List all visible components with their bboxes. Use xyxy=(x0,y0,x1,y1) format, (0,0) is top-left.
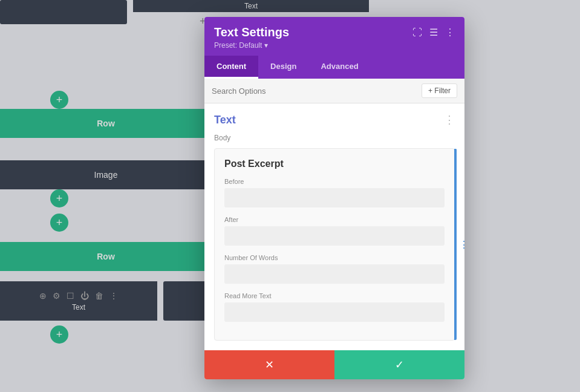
add-button-1[interactable]: + xyxy=(50,91,68,109)
trash-icon[interactable]: 🗑 xyxy=(95,291,103,301)
search-bar: + Filter xyxy=(204,79,464,103)
field-before-input[interactable] xyxy=(224,188,445,207)
tab-content[interactable]: Content xyxy=(204,56,258,79)
add-button-4[interactable]: + xyxy=(50,325,68,344)
field-after-label: After xyxy=(224,216,445,223)
blue-accent-bar xyxy=(454,149,457,340)
panel-tabs: Content Design Advanced xyxy=(204,56,464,79)
cancel-button[interactable]: ✕ xyxy=(204,350,334,379)
text-element-label: Text xyxy=(72,303,85,312)
toolbar-icons-row: ⊕ ⚙ ☐ ⏻ 🗑 ⋮ xyxy=(39,291,118,301)
bg-top-bar xyxy=(0,0,127,24)
field-read-more: Read More Text xyxy=(224,292,445,322)
scroll-thumb xyxy=(454,149,457,264)
field-after: After xyxy=(224,216,445,246)
bg-row-bar-2: Row xyxy=(0,242,212,271)
field-num-words-label: Number of Words xyxy=(224,254,445,261)
settings-icon[interactable]: ⚙ xyxy=(53,291,60,301)
clone-icon[interactable]: ☐ xyxy=(67,291,74,301)
panel-footer: ✕ ✓ xyxy=(204,350,464,379)
field-after-input[interactable] xyxy=(224,226,445,246)
more-icon[interactable]: ⋮ xyxy=(109,291,118,301)
field-num-words: Number of Words xyxy=(224,254,445,284)
add-button-2[interactable]: + xyxy=(50,189,68,207)
section-menu-icon[interactable]: ⋮ xyxy=(444,113,455,126)
field-read-more-input[interactable] xyxy=(224,302,445,322)
subsection-label: Body xyxy=(214,134,455,142)
sub-panel-title: Post Excerpt xyxy=(224,158,445,169)
sub-panel: Post Excerpt ⋮ Before After Number of Wo… xyxy=(214,148,455,341)
filter-button[interactable]: + Filter xyxy=(422,83,457,98)
panel-content: Text ⋮ Body Post Excerpt ⋮ Before After xyxy=(204,103,464,350)
field-read-more-label: Read More Text xyxy=(224,292,445,299)
tab-design[interactable]: Design xyxy=(258,56,308,79)
fullscreen-icon[interactable]: ⛶ xyxy=(412,27,422,38)
section-header: Text ⋮ xyxy=(214,113,455,126)
bg-row-bar: Row xyxy=(0,109,212,138)
panel-header: Text Settings ⛶ ☰ ⋮ Preset: Default xyxy=(204,17,464,56)
save-button[interactable]: ✓ xyxy=(334,350,464,379)
toggle-icon[interactable]: ⏻ xyxy=(80,291,89,301)
field-before-label: Before xyxy=(224,178,445,185)
side-dots[interactable]: ⋮ xyxy=(459,239,464,250)
section-title: Text xyxy=(214,114,236,126)
panel-preset[interactable]: Preset: Default xyxy=(214,41,455,50)
field-before: Before xyxy=(224,178,445,207)
panel-title: Text Settings xyxy=(214,25,289,39)
field-num-words-input[interactable] xyxy=(224,264,445,284)
panel-header-top: Text Settings ⛶ ☰ ⋮ xyxy=(214,25,455,39)
bg-text-element: ⊕ ⚙ ☐ ⏻ 🗑 ⋮ Text xyxy=(0,281,157,321)
split-icon[interactable]: ☰ xyxy=(429,27,438,38)
search-input[interactable] xyxy=(212,87,417,96)
tab-advanced[interactable]: Advanced xyxy=(308,56,370,79)
move-icon[interactable]: ⊕ xyxy=(39,291,47,301)
settings-panel: Text Settings ⛶ ☰ ⋮ Preset: Default Cont… xyxy=(204,17,464,379)
panel-header-icons: ⛶ ☰ ⋮ xyxy=(412,27,455,38)
bg-text-label: Text xyxy=(133,0,369,12)
add-button-3[interactable]: + xyxy=(50,214,68,232)
kebab-icon[interactable]: ⋮ xyxy=(445,27,455,38)
bg-image-bar: Image xyxy=(0,160,212,189)
